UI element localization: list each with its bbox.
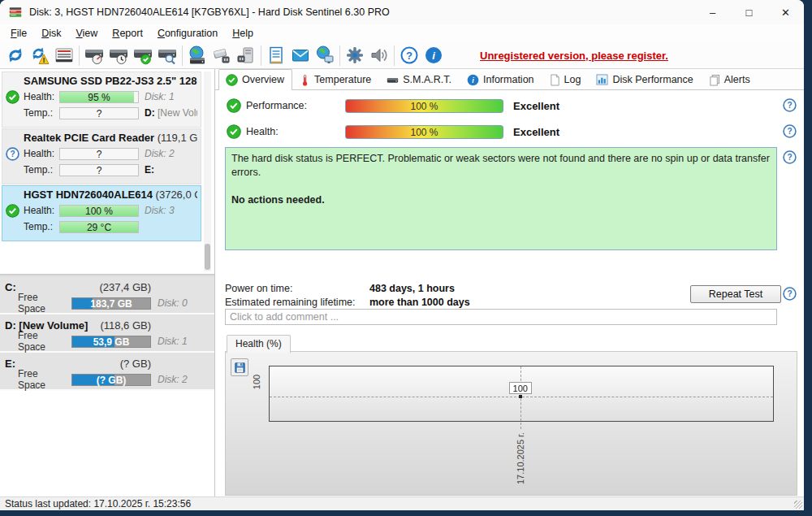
free-space-meter: 183,7 GB — [71, 297, 151, 310]
data-point-label: 100 — [509, 382, 532, 394]
x-axis-tick-label: 17.10.2025 г. — [516, 427, 525, 484]
tab-bar: Overview Temperature S.M.A.R.T. iInforma… — [215, 69, 804, 90]
health-meter: 100 % — [59, 205, 139, 217]
refresh-alert-icon[interactable]: ! — [28, 44, 52, 67]
minimize-button[interactable]: – — [694, 0, 731, 24]
disk-item-samsung[interactable]: SAMSUNG SSD PB22-JS3 2.5" 128GB (1 Healt… — [2, 72, 201, 128]
help-icon[interactable]: ? — [783, 150, 797, 164]
remaining-lifetime-label: Estimated remaining lifetime: — [225, 297, 369, 310]
disk-status-text: The hard disk status is PERFECT. Problem… — [225, 147, 777, 250]
health-label: Health: — [24, 148, 59, 159]
performance-rating: Excellent — [513, 100, 559, 112]
disk-search-icon[interactable] — [155, 44, 179, 67]
partition-list: C: (237,4 GB) Free Space 183,7 GB Disk: … — [0, 276, 214, 391]
disk-gauge-icon[interactable] — [82, 44, 106, 67]
tab-temperature[interactable]: Temperature — [292, 70, 379, 89]
partition-item-d[interactable]: D: [New Volume](118,6 GB) Free Space 53,… — [0, 314, 214, 353]
menu-report[interactable]: Report — [105, 26, 150, 41]
window-title: Disk: 3, HGST HDN726040ALE614 [K7GBY6XL]… — [29, 7, 390, 18]
save-icon — [234, 362, 246, 374]
partition-item-c[interactable]: C: (237,4 GB) Free Space 183,7 GB Disk: … — [0, 276, 214, 314]
disk-clock-icon[interactable] — [106, 44, 131, 67]
partition-item-e[interactable]: E: (? GB) Free Space (? GB) Disk: 2 — [0, 353, 214, 391]
health-label: Health: — [24, 205, 59, 216]
svg-text:?: ? — [787, 127, 792, 136]
network-disk-icon[interactable] — [185, 44, 209, 67]
svg-text:?: ? — [787, 101, 792, 110]
menu-configuration[interactable]: Configuration — [150, 26, 225, 41]
tab-alerts[interactable]: Alerts — [702, 70, 758, 89]
disk-number: Disk: 1 — [158, 336, 188, 347]
data-point — [519, 395, 522, 398]
info-icon: i — [467, 74, 479, 86]
health-bar: 100 % — [345, 125, 503, 139]
disk-accept-icon[interactable] — [131, 44, 155, 67]
disk-size: (119,1 GB) — [158, 132, 197, 144]
disk-item-realtek[interactable]: Realtek PCIE Card Reader (119,1 GB) ? He… — [2, 128, 201, 184]
tab-smart[interactable]: S.M.A.R.T. — [379, 70, 460, 89]
menu-disk[interactable]: Disk — [34, 26, 68, 41]
menu-bar: File Disk View Report Configuration Help — [0, 24, 804, 42]
tab-log[interactable]: Log — [542, 70, 590, 89]
health-label: Health: — [24, 91, 59, 102]
disk-size: (3726,0 GB) — [156, 189, 197, 201]
disk-list-scrollbar[interactable] — [204, 72, 211, 271]
disk-item-hgst-selected[interactable]: HGST HDN726040ALE614 (3726,0 GB) Health:… — [2, 185, 201, 241]
help-icon[interactable]: ? — [397, 44, 421, 67]
free-space-label: Free Space — [18, 292, 68, 314]
settings-gear-icon[interactable] — [343, 44, 367, 67]
maximize-button[interactable]: □ — [731, 0, 767, 24]
tab-disk-performance[interactable]: Disk Performance — [589, 70, 701, 89]
remaining-lifetime-value: more than 1000 days — [369, 297, 470, 310]
menu-file[interactable]: File — [3, 26, 34, 41]
svg-text:?: ? — [406, 50, 412, 62]
repeat-test-button[interactable]: Repeat Test — [690, 285, 781, 303]
sidebar: SAMSUNG SSD PB22-JS3 2.5" 128GB (1 Healt… — [0, 69, 215, 496]
disk-report-icon[interactable] — [52, 44, 76, 67]
disk-connect-icon[interactable] — [234, 44, 258, 67]
help-icon[interactable]: ? — [783, 98, 797, 112]
status-message: The hard disk status is PERFECT. Problem… — [231, 152, 771, 180]
thermometer-icon — [300, 74, 310, 86]
svg-text:?: ? — [10, 150, 15, 158]
refresh-icon[interactable] — [3, 44, 28, 67]
sound-icon[interactable] — [367, 44, 391, 67]
save-chart-button[interactable] — [231, 358, 248, 376]
status-action: No actions needed. — [231, 193, 771, 207]
disk-number: Disk: 2 — [145, 148, 175, 159]
toolbar: ! ? i Unregistered version, please regis… — [0, 42, 804, 69]
svg-text:i: i — [432, 50, 435, 62]
info-icon[interactable]: i — [421, 44, 446, 67]
help-icon[interactable]: ? — [783, 287, 797, 301]
toolbar-separator — [394, 46, 395, 66]
power-on-time-label: Power on time: — [225, 283, 369, 297]
performance-bar: 100 % — [345, 99, 503, 113]
toolbar-separator — [339, 46, 340, 66]
notepad-icon[interactable] — [264, 44, 288, 67]
y-axis-tick-label: 100 — [252, 370, 263, 394]
network-status-icon[interactable] — [313, 44, 337, 67]
svg-text:?: ? — [787, 289, 792, 298]
tab-overview[interactable]: Overview — [218, 69, 292, 90]
disk-partition: D: [New Volume] — [145, 107, 197, 119]
menu-help[interactable]: Help — [225, 26, 261, 41]
tab-information[interactable]: iInformation — [460, 70, 542, 89]
app-window: Disk: 3, HGST HDN726040ALE614 [K7GBY6XL]… — [0, 0, 804, 510]
help-icon[interactable]: ? — [783, 124, 797, 138]
disk-number: Disk: 0 — [158, 297, 188, 309]
register-link[interactable]: Unregistered version, please register. — [480, 50, 668, 62]
resize-grip[interactable] — [794, 501, 802, 509]
svg-text:!: ! — [43, 56, 45, 64]
disk-remove-icon[interactable] — [209, 44, 234, 67]
chart-tab-health[interactable]: Health (%) — [227, 335, 291, 353]
status-ok-icon — [6, 90, 24, 104]
comment-input[interactable] — [225, 309, 777, 325]
mail-icon[interactable] — [288, 44, 313, 67]
temp-meter: 29 °C — [59, 221, 139, 233]
health-meter: 95 % — [59, 91, 139, 103]
disk-number: Disk: 1 — [145, 91, 175, 102]
close-button[interactable]: ✕ — [767, 0, 804, 24]
scrollbar-thumb[interactable] — [205, 244, 210, 270]
toolbar-separator — [182, 46, 183, 66]
menu-view[interactable]: View — [68, 26, 105, 41]
